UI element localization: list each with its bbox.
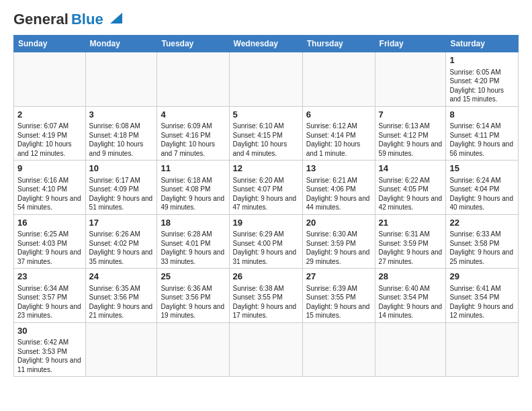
day-info: Daylight: 9 hours and 56 minutes. xyxy=(449,140,515,158)
weekday-header-monday: Monday xyxy=(85,36,157,52)
weekday-header-thursday: Thursday xyxy=(302,36,375,52)
logo: General Blue xyxy=(13,11,122,28)
day-info: Sunset: 3:56 PM xyxy=(89,293,154,302)
calendar-week-row: 23Sunrise: 6:34 AMSunset: 3:57 PMDayligh… xyxy=(14,269,519,323)
day-info: Sunrise: 6:40 AM xyxy=(379,284,443,293)
day-info: Daylight: 9 hours and 59 minutes. xyxy=(379,140,443,158)
day-info: Daylight: 9 hours and 14 minutes. xyxy=(379,302,443,320)
calendar-cell: 6Sunrise: 6:12 AMSunset: 4:14 PMDaylight… xyxy=(302,106,375,161)
day-info: Sunset: 3:53 PM xyxy=(17,347,82,357)
day-info: Sunrise: 6:08 AM xyxy=(89,122,154,131)
calendar-cell xyxy=(85,322,157,377)
calendar-cell: 9Sunrise: 6:16 AMSunset: 4:10 PMDaylight… xyxy=(14,161,86,215)
day-info: Sunrise: 6:10 AM xyxy=(233,122,299,131)
day-info: Daylight: 9 hours and 23 minutes. xyxy=(17,302,82,320)
header: General Blue xyxy=(13,11,519,28)
day-info: Daylight: 9 hours and 49 minutes. xyxy=(161,194,225,212)
day-info: Sunrise: 6:14 AM xyxy=(449,122,515,131)
day-info: Sunrise: 6:39 AM xyxy=(306,284,371,293)
day-info: Sunset: 4:20 PM xyxy=(449,77,515,86)
day-info: Daylight: 9 hours and 25 minutes. xyxy=(449,248,515,266)
day-number: 5 xyxy=(233,109,299,121)
day-number: 1 xyxy=(449,54,515,66)
calendar-cell: 24Sunrise: 6:35 AMSunset: 3:56 PMDayligh… xyxy=(85,269,157,323)
day-number: 15 xyxy=(449,163,515,175)
day-info: Sunset: 3:59 PM xyxy=(306,239,371,248)
weekday-header-friday: Friday xyxy=(375,36,446,52)
day-info: Sunset: 4:11 PM xyxy=(449,131,515,140)
day-info: Sunrise: 6:09 AM xyxy=(161,122,225,131)
day-info: Daylight: 9 hours and 54 minutes. xyxy=(17,194,82,212)
day-number: 19 xyxy=(233,217,299,229)
day-number: 10 xyxy=(89,163,154,175)
day-info: Sunrise: 6:24 AM xyxy=(449,176,515,185)
day-info: Sunset: 4:19 PM xyxy=(17,131,82,140)
calendar-cell: 4Sunrise: 6:09 AMSunset: 4:16 PMDaylight… xyxy=(157,106,229,161)
calendar-cell: 21Sunrise: 6:31 AMSunset: 3:59 PMDayligh… xyxy=(375,214,446,269)
calendar-cell: 18Sunrise: 6:28 AMSunset: 4:01 PMDayligh… xyxy=(157,214,229,269)
calendar-cell: 27Sunrise: 6:39 AMSunset: 3:55 PMDayligh… xyxy=(302,269,375,323)
day-info: Sunset: 4:03 PM xyxy=(17,239,82,248)
day-number: 16 xyxy=(17,217,82,229)
day-info: Sunrise: 6:25 AM xyxy=(17,230,82,239)
day-info: Sunrise: 6:20 AM xyxy=(233,176,299,185)
day-info: Sunset: 4:05 PM xyxy=(379,185,443,194)
calendar-cell: 30Sunrise: 6:42 AMSunset: 3:53 PMDayligh… xyxy=(14,322,86,377)
day-number: 20 xyxy=(306,217,371,229)
weekday-header-wednesday: Wednesday xyxy=(229,36,302,52)
day-info: Sunrise: 6:38 AM xyxy=(233,284,299,293)
day-info: Sunset: 4:10 PM xyxy=(17,185,82,194)
day-info: Daylight: 9 hours and 33 minutes. xyxy=(161,248,225,266)
day-info: Sunset: 3:54 PM xyxy=(449,293,515,302)
day-number: 8 xyxy=(449,109,515,121)
day-info: Sunset: 3:55 PM xyxy=(306,293,371,302)
calendar-week-row: 2Sunrise: 6:07 AMSunset: 4:19 PMDaylight… xyxy=(14,106,519,161)
day-info: Sunset: 4:15 PM xyxy=(233,131,299,140)
day-info: Daylight: 9 hours and 29 minutes. xyxy=(306,248,371,266)
weekday-header-sunday: Sunday xyxy=(14,36,86,52)
svg-marker-0 xyxy=(110,13,122,24)
day-number: 29 xyxy=(449,271,515,283)
day-number: 22 xyxy=(449,217,515,229)
day-info: Daylight: 10 hours and 9 minutes. xyxy=(89,140,154,158)
day-info: Sunset: 4:04 PM xyxy=(449,185,515,194)
day-info: Sunset: 4:08 PM xyxy=(161,185,225,194)
day-info: Daylight: 9 hours and 15 minutes. xyxy=(306,302,371,320)
calendar-week-row: 16Sunrise: 6:25 AMSunset: 4:03 PMDayligh… xyxy=(14,214,519,269)
calendar-week-row: 1Sunrise: 6:05 AMSunset: 4:20 PMDaylight… xyxy=(14,52,519,107)
day-number: 7 xyxy=(379,109,443,121)
day-info: Sunrise: 6:42 AM xyxy=(17,338,82,347)
calendar-body: 1Sunrise: 6:05 AMSunset: 4:20 PMDaylight… xyxy=(14,52,519,377)
day-number: 18 xyxy=(161,217,225,229)
day-info: Sunrise: 6:16 AM xyxy=(17,176,82,185)
day-number: 9 xyxy=(17,163,82,175)
calendar-cell: 14Sunrise: 6:22 AMSunset: 4:05 PMDayligh… xyxy=(375,161,446,215)
day-info: Sunrise: 6:21 AM xyxy=(306,176,371,185)
day-info: Daylight: 9 hours and 40 minutes. xyxy=(449,194,515,212)
calendar-cell: 2Sunrise: 6:07 AMSunset: 4:19 PMDaylight… xyxy=(14,106,86,161)
page: General Blue SundayMondayTuesdayWednesda… xyxy=(0,0,532,383)
day-info: Sunrise: 6:29 AM xyxy=(233,230,299,239)
calendar-cell: 8Sunrise: 6:14 AMSunset: 4:11 PMDaylight… xyxy=(446,106,519,161)
day-number: 3 xyxy=(89,109,154,121)
day-info: Sunset: 4:16 PM xyxy=(161,131,225,140)
day-info: Daylight: 10 hours and 4 minutes. xyxy=(233,140,299,158)
day-info: Sunrise: 6:31 AM xyxy=(379,230,443,239)
day-number: 13 xyxy=(306,163,371,175)
day-info: Daylight: 9 hours and 31 minutes. xyxy=(233,248,299,266)
day-number: 26 xyxy=(233,271,299,283)
weekday-header-saturday: Saturday xyxy=(446,36,519,52)
day-info: Sunset: 3:58 PM xyxy=(449,239,515,248)
day-number: 2 xyxy=(17,109,82,121)
day-info: Daylight: 10 hours and 12 minutes. xyxy=(17,140,82,158)
day-info: Sunrise: 6:34 AM xyxy=(17,284,82,293)
day-info: Sunrise: 6:30 AM xyxy=(306,230,371,239)
day-info: Sunset: 4:00 PM xyxy=(233,239,299,248)
day-info: Sunrise: 6:35 AM xyxy=(89,284,154,293)
day-info: Daylight: 10 hours and 7 minutes. xyxy=(161,140,225,158)
day-info: Sunset: 3:55 PM xyxy=(233,293,299,302)
day-info: Daylight: 9 hours and 47 minutes. xyxy=(233,194,299,212)
calendar-cell: 25Sunrise: 6:36 AMSunset: 3:56 PMDayligh… xyxy=(157,269,229,323)
day-info: Daylight: 10 hours and 15 minutes. xyxy=(449,86,515,104)
calendar-cell xyxy=(229,322,302,377)
